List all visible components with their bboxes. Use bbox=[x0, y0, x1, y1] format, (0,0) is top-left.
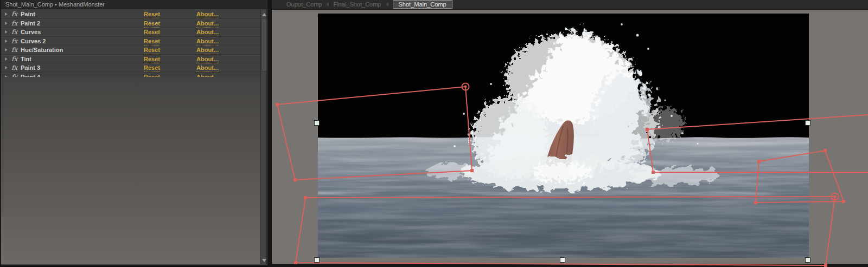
expander-triangle-icon[interactable] bbox=[5, 57, 8, 61]
effect-name[interactable]: Curves 2 bbox=[21, 37, 46, 45]
viewer-bottom-edge bbox=[272, 264, 868, 267]
tab-final-shot-comp[interactable]: Final_Shot_Comp bbox=[333, 1, 381, 8]
about-link[interactable]: About... bbox=[196, 19, 219, 28]
effect-row-paint-3[interactable]: fx Paint 3 Reset About... bbox=[1, 63, 261, 73]
panel-splitter[interactable] bbox=[267, 0, 272, 267]
effect-row-hue-saturation[interactable]: fx Hue/Saturation Reset About... bbox=[1, 45, 261, 55]
effect-controls-scrollbar[interactable] bbox=[260, 10, 267, 264]
viewer-pasteboard bbox=[272, 11, 868, 264]
reset-link[interactable]: Reset bbox=[144, 64, 160, 72]
effect-row-paint-2[interactable]: fx Paint 2 Reset About... bbox=[1, 19, 261, 28]
effect-row-curves[interactable]: fx Curves Reset About... bbox=[1, 28, 261, 37]
reset-link[interactable]: Reset bbox=[144, 19, 160, 28]
effect-name[interactable]: Curves bbox=[21, 28, 41, 36]
reset-link[interactable]: Reset bbox=[144, 37, 160, 45]
composition-viewer-panel: Ouput_Comp Final_Shot_Comp Shot_Main_Com… bbox=[272, 0, 868, 267]
ocean-foreground-glints bbox=[318, 192, 809, 258]
effect-row-curves-2[interactable]: fx Curves 2 Reset About... bbox=[1, 37, 261, 46]
about-link[interactable]: About... bbox=[196, 37, 219, 45]
scroll-down-arrow-icon[interactable] bbox=[262, 259, 266, 262]
fx-badge-icon: fx bbox=[11, 10, 17, 18]
tab-separator-arrow-icon bbox=[326, 2, 329, 6]
tab-shot-main-comp[interactable]: Shot_Main_Comp bbox=[393, 0, 452, 9]
reset-link[interactable]: Reset bbox=[144, 28, 160, 36]
expander-triangle-icon[interactable] bbox=[5, 22, 8, 25]
about-link[interactable]: About... bbox=[196, 64, 219, 72]
effect-controls-title: Shot_Main_Comp • MeshandMonster bbox=[1, 0, 267, 9]
fx-badge-icon: fx bbox=[11, 37, 17, 45]
effect-row-tint[interactable]: fx Tint Reset About... bbox=[1, 55, 261, 64]
effect-name[interactable]: Tint bbox=[21, 55, 31, 63]
expander-triangle-icon[interactable] bbox=[5, 12, 8, 16]
expander-triangle-icon[interactable] bbox=[5, 66, 8, 69]
fx-badge-icon: fx bbox=[11, 55, 17, 63]
fx-badge-icon: fx bbox=[11, 46, 17, 54]
effect-row-paint[interactable]: fx Paint Reset About... bbox=[1, 10, 261, 19]
effect-name[interactable]: Paint 2 bbox=[21, 19, 40, 28]
expander-triangle-icon[interactable] bbox=[5, 30, 8, 34]
about-link[interactable]: About... bbox=[196, 46, 219, 54]
viewer-tab-bar: Ouput_Comp Final_Shot_Comp Shot_Main_Com… bbox=[272, 0, 868, 10]
scroll-up-arrow-icon[interactable] bbox=[262, 13, 266, 16]
fx-badge-icon: fx bbox=[11, 19, 17, 28]
reset-link[interactable]: Reset bbox=[144, 46, 160, 54]
tab-ouput-comp[interactable]: Ouput_Comp bbox=[286, 1, 322, 8]
tab-separator-arrow-icon bbox=[386, 2, 388, 6]
fx-badge-icon: fx bbox=[11, 64, 17, 72]
effect-name[interactable]: Paint bbox=[21, 10, 35, 18]
reset-link[interactable]: Reset bbox=[144, 55, 160, 63]
about-link[interactable]: About... bbox=[196, 28, 219, 36]
effect-name[interactable]: Hue/Saturation bbox=[21, 46, 63, 54]
effect-list: fx Paint Reset About... fx Paint 2 Reset… bbox=[1, 10, 261, 81]
panel-empty-area bbox=[1, 77, 261, 264]
after-effects-workspace: Shot_Main_Comp • MeshandMonster fx Paint… bbox=[0, 0, 868, 267]
effect-name[interactable]: Paint 3 bbox=[21, 64, 40, 72]
expander-triangle-icon[interactable] bbox=[5, 40, 8, 43]
about-link[interactable]: About... bbox=[196, 10, 219, 18]
about-link[interactable]: About... bbox=[196, 55, 219, 63]
composition-frame bbox=[318, 14, 809, 258]
reset-link[interactable]: Reset bbox=[144, 10, 160, 18]
fx-badge-icon: fx bbox=[11, 28, 17, 36]
effect-controls-panel: Shot_Main_Comp • MeshandMonster fx Paint… bbox=[0, 0, 267, 265]
expander-triangle-icon[interactable] bbox=[5, 48, 8, 51]
scrollbar-thumb[interactable] bbox=[261, 18, 267, 71]
